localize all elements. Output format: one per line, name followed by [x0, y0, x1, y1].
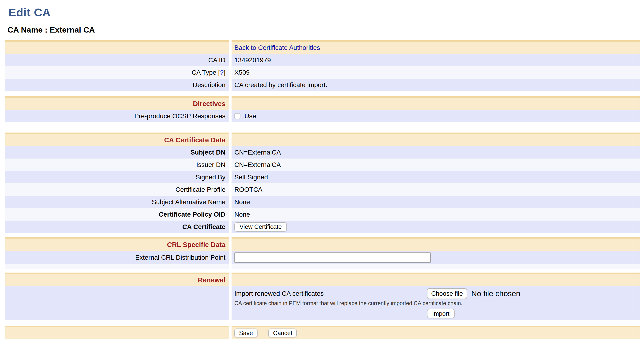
renewal-table: Renewal Import renewed CA certificates C…	[5, 273, 640, 320]
use-ocsp-checkbox-label: Use	[244, 112, 256, 120]
crl-section-title: CRL Specific Data	[167, 241, 226, 249]
external-crl-distribution-point-label: External CRL Distribution Point	[135, 254, 226, 261]
certificate-profile-value: ROOTCA	[234, 186, 262, 193]
general-header-label-cell	[5, 40, 229, 54]
preproduce-ocsp-label: Pre-produce OCSP Responses	[134, 112, 226, 120]
general-header-row: Back to Certificate Authorities	[5, 40, 640, 54]
table-row: Signed By Self Signed	[5, 171, 640, 183]
import-button[interactable]: Import	[427, 309, 455, 318]
external-crl-distribution-point-input[interactable]	[234, 252, 431, 263]
view-certificate-button[interactable]: View Certificate	[234, 222, 287, 232]
page-title: Edit CA	[8, 6, 644, 19]
choose-file-button[interactable]: Choose file	[427, 288, 467, 299]
ca-certificate-label: CA Certificate	[182, 223, 226, 231]
table-row: CA Certificate View Certificate	[5, 221, 640, 233]
ca-type-label: CA Type [?]	[192, 69, 226, 76]
issuer-dn-label: Issuer DN	[196, 161, 226, 169]
subject-dn-value: CN=ExternalCA	[234, 149, 281, 156]
back-to-certificate-authorities-link[interactable]: Back to Certificate Authorities	[234, 44, 320, 51]
renewal-help-text: CA certificate chain in PEM format that …	[234, 300, 640, 307]
table-row: Subject DN CN=ExternalCA	[5, 146, 640, 159]
table-row: Subject Alternative Name None	[5, 196, 640, 208]
table-row: Issuer DN CN=ExternalCA	[5, 159, 640, 171]
directives-section-title: Directives	[193, 100, 226, 108]
footer-actions-table: Save Cancel	[5, 326, 640, 339]
ca-certificate-data-section-title: CA Certificate Data	[164, 136, 226, 144]
directives-table: Directives Pre-produce OCSP Responses Us…	[5, 96, 640, 122]
general-table: Back to Certificate Authorities CA ID 13…	[5, 40, 640, 91]
renewal-header-row: Renewal	[5, 273, 640, 286]
import-renewed-ca-certificates-label: Import renewed CA certificates	[234, 290, 324, 297]
subject-dn-label: Subject DN	[190, 149, 226, 156]
crl-specific-data-table: CRL Specific Data External CRL Distribut…	[5, 237, 640, 269]
description-label: Description	[193, 81, 226, 89]
use-ocsp-checkbox[interactable]	[234, 113, 240, 119]
ca-type-value: X509	[234, 69, 250, 76]
ca-id-label: CA ID	[208, 56, 226, 64]
signed-by-value: Self Signed	[234, 174, 268, 181]
table-row	[5, 264, 640, 269]
issuer-dn-value: CN=ExternalCA	[234, 161, 281, 169]
certificate-profile-label: Certificate Profile	[176, 186, 226, 193]
certificate-policy-oid-label: Certificate Policy OID	[159, 211, 226, 218]
subject-alternative-name-value: None	[234, 198, 250, 206]
footer-row: Save Cancel	[5, 326, 640, 339]
save-button[interactable]: Save	[234, 329, 258, 338]
ca-id-value: 1349201979	[234, 56, 271, 64]
description-value: CA created by certificate import.	[234, 81, 328, 89]
signed-by-label: Signed By	[196, 174, 226, 181]
cancel-button[interactable]: Cancel	[268, 329, 297, 338]
table-row: CA Type [?] X509	[5, 66, 640, 79]
file-status-text: No file chosen	[471, 289, 520, 298]
table-row: Certificate Policy OID None	[5, 208, 640, 221]
ca-name-heading: CA Name : External CA	[8, 25, 644, 34]
table-row: External CRL Distribution Point	[5, 251, 640, 264]
table-row: Description CA created by certificate im…	[5, 79, 640, 91]
table-row: Pre-produce OCSP Responses Use	[5, 110, 640, 122]
subject-alternative-name-label: Subject Alternative Name	[152, 198, 226, 206]
ca-certificate-data-table: CA Certificate Data Subject DN CN=Extern…	[5, 133, 640, 233]
file-upload-control: Choose file No file chosen	[427, 288, 640, 299]
renewal-section-title: Renewal	[198, 276, 226, 284]
ca-certificate-data-header-row: CA Certificate Data	[5, 133, 640, 146]
crl-header-row: CRL Specific Data	[5, 237, 640, 251]
ca-type-help-link[interactable]: ?	[220, 69, 224, 76]
table-row: Import renewed CA certificates Choose fi…	[5, 286, 640, 320]
certificate-policy-oid-value: None	[234, 211, 250, 218]
table-row: CA ID 1349201979	[5, 54, 640, 66]
directives-header-row: Directives	[5, 96, 640, 110]
table-row: Certificate Profile ROOTCA	[5, 183, 640, 196]
